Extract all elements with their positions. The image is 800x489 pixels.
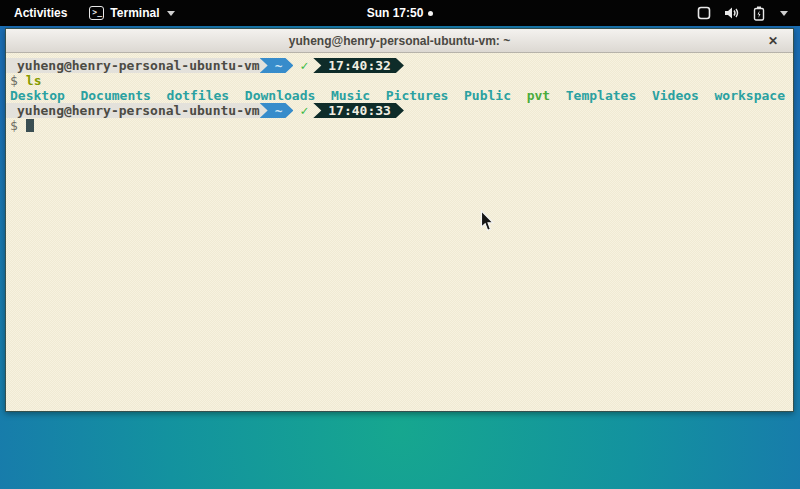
command-line: $ls xyxy=(6,73,793,88)
typed-command: ls xyxy=(26,73,42,88)
window-title: yuheng@henry-personal-ubuntu-vm: ~ xyxy=(289,34,510,48)
check-icon: ✓ xyxy=(300,103,308,118)
volume-icon xyxy=(724,6,740,20)
check-icon: ✓ xyxy=(300,58,308,73)
gnome-top-bar: Activities >_ Terminal Sun 17:50 xyxy=(0,0,800,26)
system-status-area[interactable] xyxy=(697,6,800,21)
ls-entry: Pictures xyxy=(386,88,449,103)
app-menu-terminal[interactable]: >_ Terminal xyxy=(89,6,175,20)
current-input-line: $ xyxy=(6,118,793,133)
app-menu-label: Terminal xyxy=(110,6,159,20)
clock[interactable]: Sun 17:50 xyxy=(367,6,424,20)
ls-entry: dotfiles xyxy=(167,88,230,103)
prompt-time-badge: 17:40:33 xyxy=(313,103,404,118)
ls-output: Desktop Documents dotfiles Downloads Mus… xyxy=(6,88,793,103)
prompt-user-host: yuheng@henry-personal-ubuntu-vm xyxy=(6,103,268,118)
close-button[interactable]: ✕ xyxy=(763,29,783,53)
prompt-time-badge: 17:40:32 xyxy=(313,58,404,73)
ls-entry: Videos xyxy=(652,88,699,103)
ls-entry: Public xyxy=(464,88,511,103)
ls-entry: pvt xyxy=(527,88,550,103)
close-icon: ✕ xyxy=(768,34,778,48)
window-titlebar[interactable]: yuheng@henry-personal-ubuntu-vm: ~ ✕ xyxy=(6,29,793,53)
chevron-down-icon xyxy=(780,11,788,16)
ls-entry: Music xyxy=(331,88,370,103)
terminal-window: yuheng@henry-personal-ubuntu-vm: ~ ✕ yuh… xyxy=(5,28,794,412)
ls-entry: Desktop xyxy=(10,88,65,103)
prompt-user-host: yuheng@henry-personal-ubuntu-vm xyxy=(6,58,268,73)
prompt-line-2: yuheng@henry-personal-ubuntu-vm ~ ✓ 17:4… xyxy=(6,103,793,118)
ls-entry: workspace xyxy=(715,88,785,103)
ls-entry: Templates xyxy=(566,88,636,103)
terminal-block-cursor xyxy=(26,119,34,132)
activities-button[interactable]: Activities xyxy=(10,4,71,22)
screen-icon xyxy=(697,6,711,20)
prompt-symbol: $ xyxy=(10,118,18,133)
ls-entry: Downloads xyxy=(245,88,315,103)
notification-dot xyxy=(428,11,433,16)
terminal-app-icon: >_ xyxy=(89,6,104,20)
prompt-symbol: $ xyxy=(10,73,18,88)
ls-entry: Documents xyxy=(80,88,150,103)
battery-charging-icon xyxy=(753,6,765,21)
chevron-down-icon xyxy=(167,11,175,16)
terminal-content[interactable]: yuheng@henry-personal-ubuntu-vm ~ ✓ 17:4… xyxy=(6,53,793,411)
prompt-line-1: yuheng@henry-personal-ubuntu-vm ~ ✓ 17:4… xyxy=(6,58,793,73)
